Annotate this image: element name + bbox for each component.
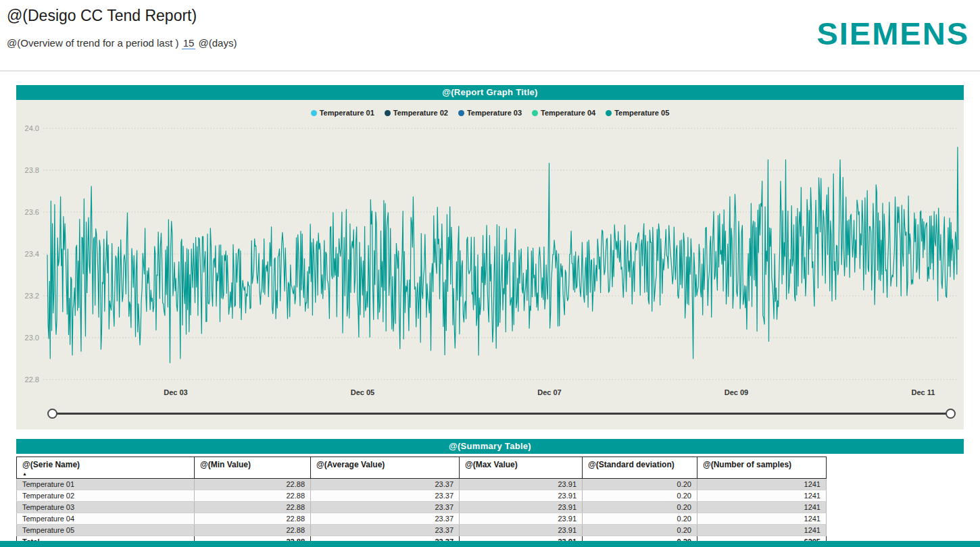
legend-item[interactable]: Temperature 05 (606, 109, 669, 117)
subtitle-suffix: @(days) (199, 37, 237, 49)
column-header[interactable]: @(Number of samples) (697, 457, 827, 479)
legend-item[interactable]: Temperature 02 (385, 109, 448, 117)
legend-label: Temperature 03 (467, 109, 522, 117)
header-divider (0, 70, 980, 72)
cell-value: 1241 (697, 525, 827, 536)
cell-serie-name: Temperature 05 (17, 525, 195, 536)
summary-section: @(Summary Table) @(Serie Name)▲@(Min Val… (16, 439, 964, 547)
y-axis-tick-label: 23.0 (25, 334, 39, 342)
column-header-label: @(Serie Name) (22, 460, 80, 469)
y-axis-tick-label: 22.8 (25, 375, 39, 384)
cell-value: 1241 (697, 502, 827, 513)
column-header[interactable]: @(Serie Name)▲ (17, 457, 195, 479)
legend-label: Temperature 04 (541, 109, 595, 117)
graph-section: @(Report Graph Title) Temperature 01Temp… (16, 85, 964, 429)
cell-value: 22.88 (195, 502, 311, 513)
cell-value: 1241 (697, 490, 827, 502)
cell-value: 23.37 (311, 513, 460, 525)
table-row: Temperature 0422.8823.3723.910.201241 (17, 513, 827, 525)
cell-serie-name: Temperature 03 (17, 502, 195, 513)
column-header-label: @(Max Value) (465, 460, 518, 469)
cell-value: 22.88 (195, 479, 311, 490)
column-header[interactable]: @(Standard deviation) (583, 457, 697, 479)
column-header-label: @(Min Value) (200, 460, 251, 469)
cell-value: 1241 (697, 479, 827, 490)
legend-dot-icon (311, 110, 317, 116)
y-axis-tick-label: 23.2 (25, 292, 39, 300)
cell-value: 0.20 (583, 479, 697, 490)
cell-serie-name: Temperature 02 (17, 490, 195, 502)
time-range-slider (47, 407, 956, 421)
legend-item[interactable]: Temperature 03 (458, 109, 522, 117)
trend-line-chart: 24.023.823.623.423.223.022.8Dec 03Dec 05… (16, 118, 964, 405)
cell-value: 22.88 (195, 490, 311, 502)
cell-value: 23.37 (311, 479, 460, 490)
cell-value: 22.88 (195, 513, 311, 525)
column-header-label: @(Average Value) (316, 460, 385, 469)
legend-dot-icon (458, 110, 464, 116)
slider-handle-right[interactable] (946, 409, 956, 419)
table-row: Temperature 0322.8823.3723.910.201241 (17, 502, 827, 513)
footer-bar (0, 541, 980, 547)
y-axis-tick-label: 24.0 (25, 124, 39, 132)
column-header[interactable]: @(Min Value) (195, 457, 311, 479)
legend-label: Temperature 02 (393, 109, 448, 117)
y-axis-tick-label: 23.6 (25, 208, 39, 216)
x-axis-tick-label: Dec 07 (537, 388, 561, 396)
sort-ascending-icon: ▲ (22, 471, 189, 476)
legend-item[interactable]: Temperature 04 (532, 109, 595, 117)
legend-label: Temperature 05 (614, 109, 669, 117)
summary-title-banner: @(Summary Table) (16, 439, 964, 454)
table-row: Temperature 0122.8823.3723.910.201241 (17, 479, 827, 490)
cell-value: 22.88 (195, 525, 311, 536)
cell-value: 1241 (697, 513, 827, 525)
cell-value: 23.37 (311, 490, 460, 502)
cell-serie-name: Temperature 04 (17, 513, 195, 525)
cell-value: 23.37 (311, 525, 460, 536)
cell-value: 0.20 (583, 490, 697, 502)
column-header[interactable]: @(Average Value) (311, 457, 460, 479)
x-axis-tick-label: Dec 11 (912, 388, 935, 396)
column-header[interactable]: @(Max Value) (460, 457, 583, 479)
cell-value: 23.91 (460, 502, 583, 513)
slider-handle-left[interactable] (47, 409, 57, 419)
legend-dot-icon (385, 110, 391, 116)
cell-serie-name: Temperature 01 (17, 479, 195, 490)
summary-table-header: @(Serie Name)▲@(Min Value)@(Average Valu… (17, 457, 827, 479)
legend-label: Temperature 01 (320, 109, 374, 117)
x-axis-tick-label: Dec 09 (725, 388, 748, 396)
legend-item[interactable]: Temperature 01 (311, 109, 374, 117)
legend-dot-icon (532, 110, 538, 116)
cell-value: 23.37 (311, 502, 460, 513)
cell-value: 0.20 (583, 525, 697, 536)
chart-legend: Temperature 01Temperature 02Temperature … (16, 103, 964, 118)
legend-dot-icon (606, 110, 612, 116)
y-axis-tick-label: 23.8 (25, 166, 39, 174)
cell-value: 23.91 (460, 513, 583, 525)
table-row: Temperature 0222.8823.3723.910.201241 (17, 490, 827, 502)
cell-value: 23.91 (460, 490, 583, 502)
y-axis-tick-label: 23.4 (25, 250, 39, 258)
subtitle-prefix: @(Overview of trend for a period last ) (7, 37, 179, 49)
column-header-label: @(Standard deviation) (588, 460, 675, 469)
report-header: @(Desigo CC Tend Report) @(Overview of t… (0, 0, 980, 65)
graph-title-banner: @(Report Graph Title) (16, 85, 964, 100)
column-header-label: @(Number of samples) (703, 460, 791, 469)
x-axis-tick-label: Dec 03 (164, 388, 187, 396)
cell-value: 0.20 (583, 513, 697, 525)
cell-value: 23.91 (460, 525, 583, 536)
x-axis-tick-label: Dec 05 (351, 388, 374, 396)
cell-value: 23.91 (460, 479, 583, 490)
cell-value: 0.20 (583, 502, 697, 513)
siemens-logo: SIEMENS (816, 15, 969, 52)
period-days-value[interactable]: 15 (182, 37, 196, 49)
temperature-trend-line (47, 147, 958, 363)
chart-area: Temperature 01Temperature 02Temperature … (16, 100, 964, 429)
summary-table: @(Serie Name)▲@(Min Value)@(Average Valu… (16, 457, 827, 547)
slider-track[interactable] (53, 413, 950, 415)
table-row: Temperature 0522.8823.3723.910.201241 (17, 525, 827, 536)
